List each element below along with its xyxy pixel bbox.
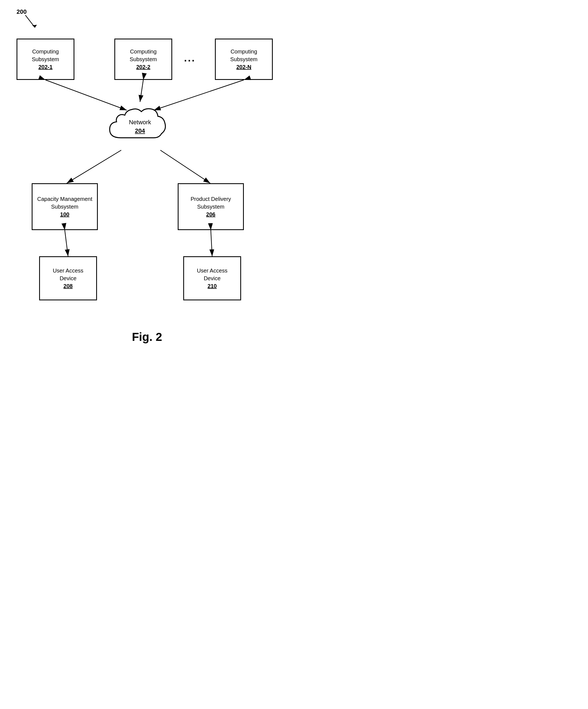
box-product-delivery: Product DeliverySubsystem 206 (178, 183, 244, 230)
arrow-pd-ua210 (211, 230, 212, 256)
arrow-cm-ua208 (65, 230, 68, 256)
cm-label: Capacity ManagementSubsystem (37, 195, 92, 211)
network-label: Network 204 (129, 118, 151, 135)
arrow-cs2-network (140, 80, 143, 102)
box-computing-subsystem-1: ComputingSubsystem 202-1 (17, 38, 74, 80)
network-text: Network (129, 118, 151, 127)
arrow-network-pd (160, 150, 210, 183)
box-capacity-management: Capacity ManagementSubsystem 100 (32, 183, 98, 230)
cs1-number: 202-1 (38, 63, 52, 71)
pd-label: Product DeliverySubsystem (191, 195, 231, 211)
pd-number: 206 (206, 211, 215, 218)
box-computing-subsystem-n: ComputingSubsystem 202-N (215, 38, 273, 80)
cm-number: 100 (60, 211, 69, 218)
ellipsis: ... (184, 52, 196, 64)
ua210-label: User AccessDevice (197, 267, 227, 282)
box-user-access-208: User AccessDevice 208 (39, 256, 97, 300)
fig-label: Fig. 2 (132, 331, 162, 344)
network-cloud-container: Network 204 (99, 99, 181, 154)
ua210-number: 210 (208, 282, 217, 290)
ua208-number: 208 (63, 282, 73, 290)
csn-label: ComputingSubsystem (230, 48, 258, 63)
ua208-label: User AccessDevice (53, 267, 83, 282)
csn-number: 202-N (236, 63, 251, 71)
arrow-network-cm (67, 150, 121, 183)
cs2-label: ComputingSubsystem (130, 48, 157, 63)
network-number: 204 (129, 127, 151, 135)
box-computing-subsystem-2: ComputingSubsystem 202-2 (114, 38, 172, 80)
diagram-container: 200 ComputingSubsystem 202-1 ComputingSu… (0, 0, 294, 354)
cs2-number: 202-2 (136, 63, 150, 71)
box-user-access-210: User AccessDevice 210 (183, 256, 241, 300)
ref-arrow-200 (17, 14, 39, 30)
cs1-label: ComputingSubsystem (32, 48, 59, 63)
